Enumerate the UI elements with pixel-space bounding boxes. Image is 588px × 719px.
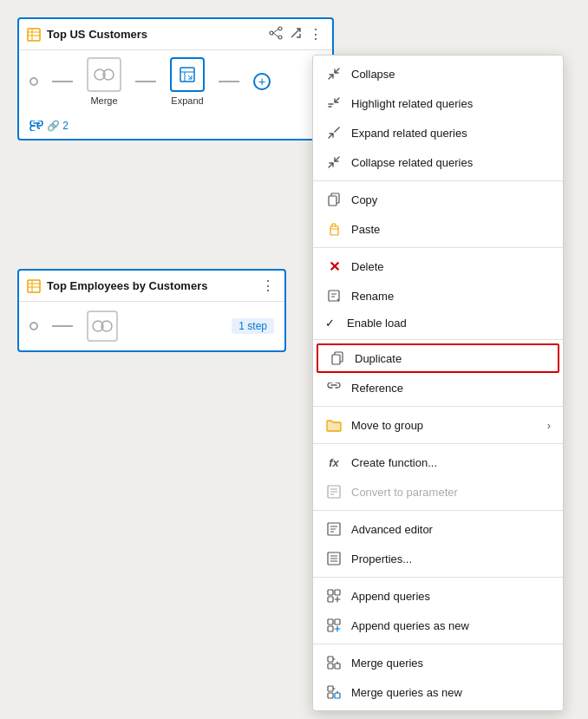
function-icon: fx: [325, 454, 343, 471]
bottom-node-header: Top Employees by Customers ⋮: [19, 271, 284, 302]
editor-icon: [325, 520, 343, 538]
collapse-related-label: Collapse related queries: [351, 156, 551, 169]
svg-rect-11: [180, 68, 194, 82]
h-line-1: [52, 81, 73, 82]
svg-rect-54: [328, 693, 333, 698]
svg-rect-44: [335, 590, 340, 595]
sep-6: [313, 510, 563, 511]
parameter-icon: [325, 483, 343, 500]
menu-item-append-queries[interactable]: Append queries: [313, 581, 563, 611]
collapse-related-icon: [325, 154, 343, 171]
menu-item-merge-queries[interactable]: Merge queries: [313, 648, 563, 677]
expand-step[interactable]: Expand: [170, 57, 205, 106]
top-node-title: Top US Customers: [47, 28, 262, 41]
merge-label: Merge: [90, 95, 117, 106]
menu-item-delete[interactable]: ✕ Delete: [313, 252, 563, 281]
delete-label: Delete: [351, 260, 551, 273]
rename-label: Rename: [351, 290, 551, 303]
canvas: Top US Customers ⋮: [0, 0, 588, 719]
svg-rect-53: [335, 693, 340, 698]
h-line-4: [52, 325, 73, 327]
h-line-2: [135, 81, 156, 82]
move-to-group-label: Move to group: [351, 419, 539, 432]
left-connector: [29, 77, 38, 86]
expand-related-label: Expand related queries: [351, 127, 551, 140]
top-node-actions: ⋮: [267, 24, 325, 44]
properties-label: Properties...: [351, 552, 551, 565]
bottom-node-body: 1 step: [19, 302, 284, 350]
top-query-node: Top US Customers ⋮: [17, 17, 334, 141]
menu-item-reference[interactable]: Reference: [313, 373, 563, 402]
bottom-node-actions: ⋮: [259, 276, 278, 296]
menu-item-expand-related[interactable]: Expand related queries: [313, 118, 563, 147]
menu-item-collapse[interactable]: Collapse: [313, 59, 563, 88]
svg-rect-21: [329, 196, 336, 206]
expand-related-icon: [325, 124, 343, 141]
folder-icon: [325, 416, 343, 434]
sep-8: [313, 644, 563, 644]
merge-step[interactable]: Merge: [87, 57, 121, 106]
svg-rect-50: [335, 663, 340, 669]
svg-rect-46: [328, 619, 333, 624]
paste-label: Paste: [351, 223, 551, 236]
create-function-label: Create function...: [351, 456, 551, 469]
menu-item-rename[interactable]: Rename: [313, 281, 563, 310]
append-icon: [325, 587, 343, 605]
reference-label: Reference: [351, 382, 551, 395]
top-node-header: Top US Customers ⋮: [19, 19, 332, 50]
merge-queries-new-label: Merge queries as new: [351, 686, 551, 699]
more-icon[interactable]: ⋮: [307, 24, 325, 44]
rename-icon: [325, 287, 343, 304]
svg-rect-14: [28, 280, 40, 292]
network-icon[interactable]: [267, 24, 284, 44]
top-node-body: Merge Expand +: [19, 50, 332, 113]
convert-param-label: Convert to parameter: [351, 486, 551, 499]
menu-item-enable-load[interactable]: ✓ Enable load: [313, 310, 563, 336]
expand-label: Expand: [171, 95, 203, 106]
append-queries-label: Append queries: [351, 590, 551, 603]
sep-3: [313, 339, 563, 340]
add-step-button[interactable]: +: [253, 73, 271, 90]
svg-rect-48: [328, 626, 333, 631]
menu-item-advanced-editor[interactable]: Advanced editor: [313, 514, 563, 544]
table-icon-2: [26, 278, 42, 294]
more-icon-2[interactable]: ⋮: [259, 276, 278, 296]
menu-item-move-to-group[interactable]: Move to group ›: [313, 410, 563, 440]
highlight-label: Highlight related queries: [351, 97, 551, 110]
menu-item-convert-param[interactable]: Convert to parameter: [313, 477, 563, 507]
sep-2: [313, 247, 563, 248]
collapse-label: Collapse: [351, 68, 551, 81]
merge-queries-label: Merge queries: [351, 657, 551, 670]
menu-item-collapse-related[interactable]: Collapse related queries: [313, 147, 563, 177]
svg-rect-52: [328, 686, 333, 691]
reference-icon: [325, 379, 343, 396]
menu-item-create-function[interactable]: fx Create function...: [313, 448, 563, 477]
menu-item-duplicate[interactable]: Duplicate: [317, 343, 559, 373]
svg-line-7: [273, 29, 278, 34]
merge-icon: [325, 654, 343, 671]
svg-rect-22: [330, 226, 338, 235]
link-badge: 🔗 2: [29, 120, 322, 132]
svg-rect-49: [328, 657, 333, 662]
copy-icon: [325, 191, 343, 208]
menu-item-append-queries-new[interactable]: Append queries as new: [313, 611, 563, 640]
menu-item-copy[interactable]: Copy: [313, 185, 563, 214]
properties-icon: [325, 550, 343, 567]
menu-item-merge-queries-new[interactable]: Merge queries as new: [313, 677, 563, 707]
copy-label: Copy: [351, 193, 551, 206]
svg-point-4: [270, 31, 273, 35]
table-icon: [26, 27, 42, 42]
menu-item-paste[interactable]: Paste: [313, 214, 563, 244]
submenu-arrow: ›: [547, 419, 551, 432]
h-line-3: [219, 81, 239, 82]
menu-item-properties[interactable]: Properties...: [313, 544, 563, 573]
menu-item-highlight[interactable]: Highlight related queries: [313, 88, 563, 118]
context-menu: Collapse Highlight related queries Expan…: [312, 55, 564, 711]
expand-icon[interactable]: [288, 25, 304, 43]
bottom-node-title: Top Employees by Customers: [47, 279, 254, 292]
checkmark-icon: ✓: [325, 317, 335, 330]
sep-4: [313, 406, 563, 407]
duplicate-icon: [329, 350, 346, 367]
svg-rect-29: [332, 355, 340, 364]
left-connector-2: [29, 322, 38, 330]
